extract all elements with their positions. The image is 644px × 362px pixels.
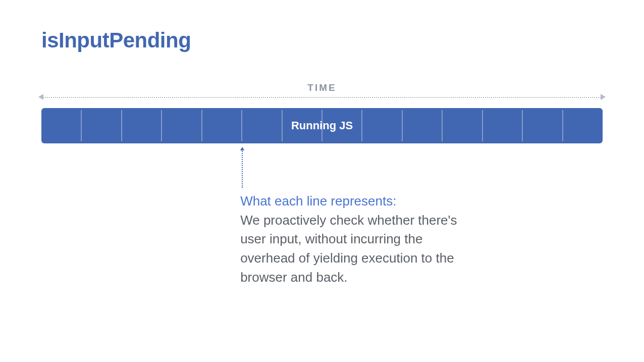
bar-tick — [562, 110, 563, 141]
callout-pointer — [242, 147, 243, 188]
time-axis — [41, 97, 603, 98]
bar-tick — [402, 110, 403, 141]
bar-tick — [442, 110, 443, 141]
arrow-right-icon — [601, 94, 606, 100]
running-js-bar: Running JS — [41, 108, 603, 143]
page-title: isInputPending — [41, 28, 191, 53]
bar-tick — [282, 110, 283, 141]
bar-tick — [522, 110, 523, 141]
bar-tick — [161, 110, 162, 141]
bar-tick — [321, 110, 323, 141]
bar-tick — [81, 110, 82, 141]
axis-label-time: TIME — [0, 82, 644, 93]
bar-tick — [121, 110, 122, 141]
annotation-block: What each line represents: We proactivel… — [240, 192, 457, 287]
bar-tick — [201, 110, 202, 141]
bar-tick — [482, 110, 483, 141]
bar-tick — [241, 110, 242, 141]
annotation-lead: What each line represents: — [240, 193, 396, 209]
bar-tick — [361, 110, 362, 141]
annotation-body: We proactively check whether there's use… — [240, 213, 457, 285]
slide: isInputPending TIME Running JS What each… — [0, 0, 644, 362]
arrow-left-icon — [38, 94, 43, 100]
